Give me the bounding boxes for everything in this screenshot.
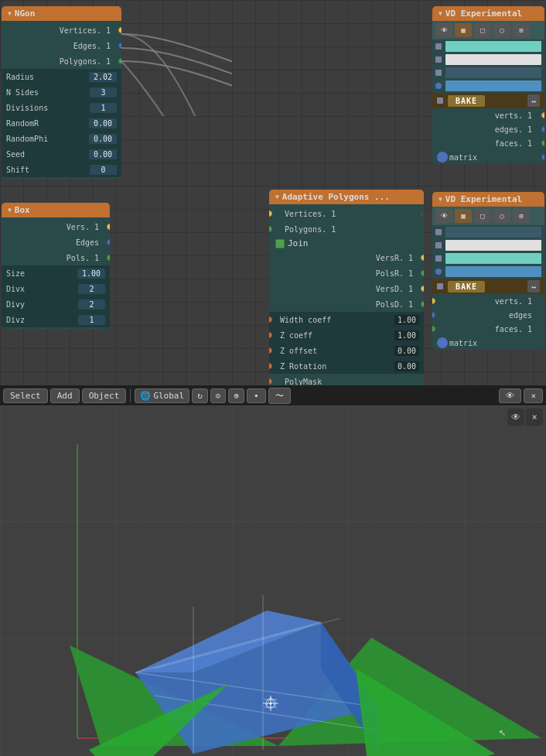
ngon-edges-row: Edges. 1 <box>2 38 121 53</box>
vd2-icon1 <box>435 229 442 235</box>
adaptive-vertices-in-socket[interactable] <box>269 210 272 217</box>
box-divy-value[interactable]: 2 <box>78 299 105 310</box>
vd2-eye-btn[interactable]: 👁 <box>435 209 452 223</box>
box-divz-value[interactable]: 1 <box>78 315 105 325</box>
vd1-extra-btn[interactable]: ⊞ <box>513 23 530 37</box>
adaptive-polsd-row: PolsD. 1 <box>269 296 424 312</box>
adaptive-zcoeff-value[interactable]: 1.00 <box>394 330 419 340</box>
viewport-icon-btn[interactable]: 👁 <box>499 388 521 403</box>
pivot-btn[interactable]: ⊕ <box>228 388 244 403</box>
vd1-bake-row: BAKE ↔ <box>432 93 544 108</box>
box-size-value[interactable]: 1.00 <box>77 269 105 279</box>
box-pols-socket[interactable] <box>107 255 110 261</box>
vd1-solid-btn[interactable]: ○ <box>493 23 510 37</box>
adaptive-zoffset-value[interactable]: 0.00 <box>394 346 419 356</box>
vd2-icon2 <box>435 242 442 248</box>
snap-btn[interactable]: ⊙ <box>210 388 227 403</box>
ngon-nsides-label: N Sides <box>6 88 87 97</box>
adaptive-versd-socket[interactable] <box>421 286 424 292</box>
adaptive-polsr-socket[interactable] <box>421 270 424 276</box>
vd2-extra-btn[interactable]: ⊞ <box>513 209 530 223</box>
vd2-header[interactable]: ▼ VD Experimental <box>432 192 544 207</box>
vd2-mesh-btn[interactable]: ▦ <box>455 209 472 223</box>
vd2-verts-row: verts. 1 <box>432 294 544 308</box>
ngon-header[interactable]: ▼ NGon <box>2 6 121 21</box>
adaptive-widthcoeff-value[interactable]: 1.00 <box>394 315 419 325</box>
ngon-shift-value[interactable]: 0 <box>90 165 117 175</box>
box-vers-row: Vers. 1 <box>2 219 110 234</box>
ngon-edges-socket[interactable] <box>118 43 121 49</box>
dot-btn[interactable]: • <box>247 388 266 403</box>
adaptive-header[interactable]: ▼ Adaptive Polygons ... <box>269 190 424 204</box>
ngon-nsides-value[interactable]: 3 <box>90 87 117 97</box>
ngon-vertices-label: Vertices. 1 <box>6 26 117 35</box>
vd2-wire-btn[interactable]: □ <box>474 209 491 223</box>
vd2-verts-in-socket[interactable] <box>432 298 435 304</box>
vd2-matrix-label: matrix <box>449 339 540 347</box>
rotate-snap-btn[interactable]: ↻ <box>192 388 208 403</box>
vd1-eye-btn[interactable]: 👁 <box>435 23 452 37</box>
ngon-polygons-socket[interactable] <box>118 58 121 64</box>
adaptive-versr-socket[interactable] <box>421 255 424 261</box>
ngon-randomphi-row: RandomPhi 0.00 <box>2 131 121 146</box>
pivot-icon: ⊕ <box>234 391 239 401</box>
ngon-radius-row: Radius 2.02 <box>2 69 121 84</box>
adaptive-join-label: Join <box>288 238 309 248</box>
vd1-wire-btn[interactable]: □ <box>474 23 491 37</box>
viewport-overlay-right: 👁 × <box>507 409 543 426</box>
adaptive-join-checkbox[interactable] <box>275 239 285 248</box>
vd1-faces-socket[interactable] <box>541 140 544 146</box>
ngon-randomr-value[interactable]: 0.00 <box>89 118 117 128</box>
viewport-3d: ↖ 👁 × <box>0 405 546 756</box>
adaptive-polygons-in-socket[interactable] <box>269 226 272 232</box>
add-menu-btn[interactable]: Add <box>50 388 80 403</box>
vd2-faces-in-socket[interactable] <box>432 326 435 332</box>
toolbar-right: 👁 × <box>499 388 543 403</box>
adaptive-zoffset-socket-in[interactable] <box>269 347 272 354</box>
ngon-seed-value[interactable]: 0.00 <box>89 149 117 159</box>
vd1-strip-row4 <box>435 80 541 91</box>
ngon-shift-row: Shift 0 <box>2 162 121 177</box>
vd1-matrix-socket[interactable] <box>541 154 544 160</box>
ngon-randomr-label: RandomR <box>6 119 86 128</box>
vd1-header[interactable]: ▼ VD Experimental <box>432 6 544 21</box>
global-dropdown[interactable]: 🌐 Global <box>135 388 189 403</box>
select-menu-btn[interactable]: Select <box>3 388 48 403</box>
adaptive-zrotation-value[interactable]: 0.00 <box>394 361 419 371</box>
ngon-randomphi-value[interactable]: 0.00 <box>89 134 117 144</box>
close-btn[interactable]: × <box>524 388 543 403</box>
snap-icon: ⊙ <box>216 391 221 401</box>
vd2-resize-btn[interactable]: ↔ <box>527 280 540 292</box>
ngon-divisions-value[interactable]: 1 <box>90 103 117 113</box>
box-edges-label: Edges <box>6 238 105 247</box>
adaptive-zrotation-socket-in[interactable] <box>269 363 272 369</box>
box-vers-socket[interactable] <box>107 224 110 230</box>
adaptive-zcoeff-socket-in[interactable] <box>269 332 272 338</box>
box-edges-socket[interactable] <box>107 239 110 245</box>
vd1-edges-socket[interactable] <box>541 126 544 132</box>
adaptive-widthcoeff-socket-in[interactable] <box>269 316 272 323</box>
vd2-bake-button[interactable]: BAKE <box>448 281 485 292</box>
wave-btn[interactable]: 〜 <box>268 388 291 404</box>
box-divx-value[interactable]: 2 <box>78 284 105 294</box>
vd1-mesh-btn[interactable]: ▦ <box>455 23 472 37</box>
viewport-close-btn[interactable]: × <box>526 409 543 426</box>
ngon-vertices-socket[interactable] <box>118 27 121 33</box>
object-menu-btn[interactable]: Object <box>82 388 127 403</box>
global-icon: 🌐 <box>140 391 151 401</box>
box-header[interactable]: ▼ Box <box>2 203 110 217</box>
adaptive-zcoeff-label: Z coeff <box>274 331 391 340</box>
adaptive-polsd-socket[interactable] <box>421 301 424 307</box>
viewport-view-btn[interactable]: 👁 <box>507 409 524 426</box>
ngon-radius-label: Radius <box>6 73 86 81</box>
adaptive-polymask-socket-in[interactable] <box>269 378 272 385</box>
vd2-solid-btn[interactable]: ○ <box>493 209 510 223</box>
adaptive-zcoeff-row: Z coeff 1.00 <box>269 327 424 343</box>
vd1-resize-btn[interactable]: ↔ <box>527 94 540 107</box>
box-edges-row: Edges <box>2 234 110 250</box>
vd2-edges-in-socket[interactable] <box>432 312 435 318</box>
ngon-radius-value[interactable]: 2.02 <box>89 72 117 82</box>
vd1-bake-button[interactable]: BAKE <box>448 95 485 107</box>
vd1-verts-socket[interactable] <box>541 112 544 118</box>
rotate-icon: ↻ <box>197 391 203 401</box>
